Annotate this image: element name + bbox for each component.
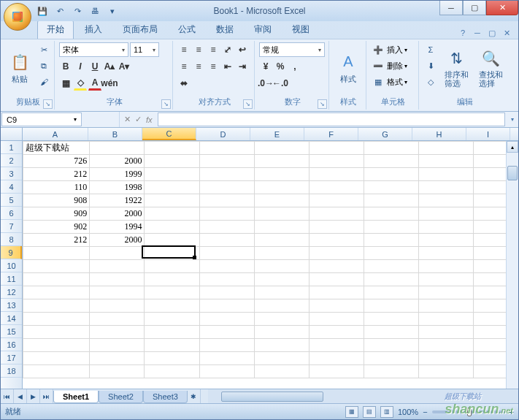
cell-B8[interactable]: 2000 — [90, 234, 145, 247]
cell-G17[interactable] — [364, 352, 418, 365]
cell-B11[interactable] — [90, 273, 145, 286]
cell-E2[interactable] — [254, 155, 309, 168]
cell-B10[interactable] — [90, 260, 145, 273]
cell-D1[interactable] — [199, 142, 254, 155]
col-header-C[interactable]: C — [142, 128, 196, 140]
cell-C2[interactable] — [145, 155, 199, 168]
tab-home[interactable]: 开始 — [37, 20, 74, 39]
row-header-5[interactable]: 5 — [1, 194, 22, 207]
cell-H18[interactable] — [418, 365, 473, 378]
cell-D3[interactable] — [199, 168, 254, 181]
cell-H16[interactable] — [418, 339, 473, 352]
underline-button[interactable]: U — [88, 59, 101, 74]
cell-C18[interactable] — [145, 365, 199, 378]
align-right-icon[interactable]: ≡ — [207, 59, 220, 74]
cell-H2[interactable] — [418, 155, 473, 168]
page-break-view-icon[interactable]: ▥ — [380, 406, 393, 418]
cell-H11[interactable] — [418, 273, 473, 286]
normal-view-icon[interactable]: ▦ — [345, 406, 358, 418]
cell-E6[interactable] — [254, 207, 309, 221]
cell-H9[interactable] — [418, 247, 473, 260]
fill-icon[interactable]: ⬇ — [423, 58, 438, 73]
cut-icon[interactable]: ✂ — [36, 42, 51, 57]
cell-H1[interactable] — [418, 142, 473, 155]
page-layout-view-icon[interactable]: ▤ — [363, 406, 376, 418]
cell-C16[interactable] — [145, 339, 199, 352]
vertical-scrollbar[interactable]: ▴ — [506, 141, 518, 389]
cell-A18[interactable] — [23, 365, 90, 378]
qat-customize-icon[interactable]: ▾ — [104, 4, 120, 18]
cell-B17[interactable] — [90, 352, 145, 365]
undo-icon[interactable]: ↶ — [52, 4, 68, 18]
italic-button[interactable]: I — [74, 59, 87, 74]
cell-H7[interactable] — [418, 221, 473, 234]
cell-F16[interactable] — [309, 339, 364, 352]
cell-B12[interactable] — [90, 286, 145, 299]
cell-H3[interactable] — [418, 168, 473, 181]
cell-D15[interactable] — [199, 326, 254, 339]
cell-F8[interactable] — [309, 234, 364, 247]
cell-A9[interactable] — [23, 247, 90, 260]
fx-icon[interactable]: fx — [146, 115, 153, 124]
comma-icon[interactable]: , — [288, 59, 301, 74]
cell-E15[interactable] — [254, 326, 309, 339]
cell-F1[interactable] — [309, 142, 364, 155]
cell-F2[interactable] — [309, 155, 364, 168]
cell-F12[interactable] — [309, 286, 364, 299]
cell-A12[interactable] — [23, 286, 90, 299]
phonetic-icon[interactable]: wén — [103, 76, 116, 91]
delete-label[interactable]: 删除 — [387, 61, 403, 72]
number-format-combo[interactable]: 常规▾ — [259, 42, 325, 57]
cancel-formula-icon[interactable]: ✕ — [124, 115, 131, 124]
align-center-icon[interactable]: ≡ — [192, 59, 205, 74]
cell-G12[interactable] — [364, 286, 418, 299]
cell-G2[interactable] — [364, 155, 418, 168]
maximize-button[interactable]: ▢ — [463, 1, 486, 15]
cell-F4[interactable] — [309, 181, 364, 194]
wrap-text-icon[interactable]: ↩ — [236, 42, 249, 57]
grow-font-icon[interactable]: A▴ — [103, 59, 116, 74]
tab-insert[interactable]: 插入 — [75, 20, 112, 39]
cell-E5[interactable] — [254, 194, 309, 207]
row-header-17[interactable]: 17 — [1, 351, 22, 364]
cell-F14[interactable] — [309, 313, 364, 326]
cell-E14[interactable] — [254, 313, 309, 326]
cell-F6[interactable] — [309, 207, 364, 221]
cell-A7[interactable]: 902 — [23, 221, 90, 234]
cell-G9[interactable] — [364, 247, 418, 260]
cell-B2[interactable]: 2000 — [90, 155, 145, 168]
cell-E7[interactable] — [254, 221, 309, 234]
borders-icon[interactable]: ▦ — [59, 76, 72, 91]
cell-F18[interactable] — [309, 365, 364, 378]
format-label[interactable]: 格式 — [387, 77, 403, 88]
cell-A2[interactable]: 726 — [23, 155, 90, 168]
row-header-12[interactable]: 12 — [1, 286, 22, 299]
cell-F11[interactable] — [309, 273, 364, 286]
cell-C4[interactable] — [145, 181, 199, 194]
cell-G15[interactable] — [364, 326, 418, 339]
sheet-tab-3[interactable]: Sheet3 — [143, 391, 188, 403]
clear-icon[interactable]: ◇ — [423, 75, 438, 89]
row-header-3[interactable]: 3 — [1, 167, 22, 180]
cell-B6[interactable]: 2000 — [90, 207, 145, 221]
cell-C6[interactable] — [145, 207, 199, 221]
zoom-knob[interactable] — [467, 408, 472, 416]
cell-G11[interactable] — [364, 273, 418, 286]
cell-H5[interactable] — [418, 194, 473, 207]
col-header-B[interactable]: B — [88, 128, 142, 140]
row-header-16[interactable]: 16 — [1, 338, 22, 351]
cell-H8[interactable] — [418, 234, 473, 247]
cell-C5[interactable] — [145, 194, 199, 207]
cell-G6[interactable] — [364, 207, 418, 221]
cell-E11[interactable] — [254, 273, 309, 286]
cell-C10[interactable] — [145, 260, 199, 273]
cell-D6[interactable] — [199, 207, 254, 221]
shrink-font-icon[interactable]: A▾ — [118, 59, 131, 74]
cell-D10[interactable] — [199, 260, 254, 273]
col-header-H[interactable]: H — [412, 128, 466, 140]
number-launcher-icon[interactable]: ↘ — [318, 99, 327, 109]
cell-D12[interactable] — [199, 286, 254, 299]
cell-A15[interactable] — [23, 326, 90, 339]
cell-H10[interactable] — [418, 260, 473, 273]
cell-C13[interactable] — [145, 299, 199, 313]
